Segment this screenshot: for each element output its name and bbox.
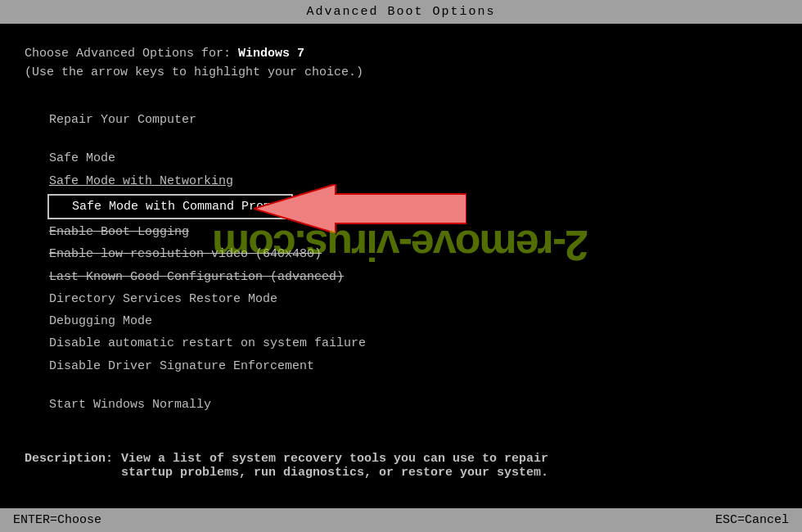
header-line2: (Use the arrow keys to highlight your ch… (25, 65, 777, 79)
menu-item-boot-logging[interactable]: Enable Boot Logging (25, 221, 777, 243)
description-line2: startup problems, run diagnostics, or re… (121, 466, 548, 480)
menu-item-start-normally[interactable]: Start Windows Normally (25, 394, 777, 416)
main-content: Choose Advanced Options for: Windows 7 (… (0, 24, 802, 416)
description-label: Description: (25, 452, 113, 480)
description-area: Description: View a list of system recov… (0, 440, 802, 491)
bottom-bar: ENTER=Choose ESC=Cancel (0, 508, 802, 532)
menu-item-disable-driver[interactable]: Disable Driver Signature Enforcement (25, 355, 777, 377)
menu-item-last-known-good[interactable]: Last Known Good Configuration (advanced) (25, 266, 777, 288)
title-text: Advanced Boot Options (306, 5, 495, 19)
menu-item-low-res[interactable]: Enable low-resolution video (640x480) (25, 243, 777, 265)
menu-item-repair[interactable]: Repair Your Computer (25, 109, 777, 131)
menu-item-directory-services[interactable]: Directory Services Restore Mode (25, 288, 777, 310)
menu-item-safe-mode[interactable]: Safe Mode (25, 147, 777, 169)
bottom-left-label: ENTER=Choose (13, 513, 101, 527)
menu-item-safe-mode-networking[interactable]: Safe Mode with Networking (25, 170, 777, 192)
bottom-right-label: ESC=Cancel (715, 513, 789, 527)
header-line1: Choose Advanced Options for: Windows 7 (25, 47, 777, 61)
menu-item-disable-restart[interactable]: Disable automatic restart on system fail… (25, 332, 777, 354)
menu-item-safe-mode-cmd[interactable]: Safe Mode with Command Prompt (47, 194, 293, 219)
title-bar: Advanced Boot Options (0, 0, 802, 24)
description-line1: View a list of system recovery tools you… (121, 452, 548, 466)
menu-item-debugging[interactable]: Debugging Mode (25, 310, 777, 332)
